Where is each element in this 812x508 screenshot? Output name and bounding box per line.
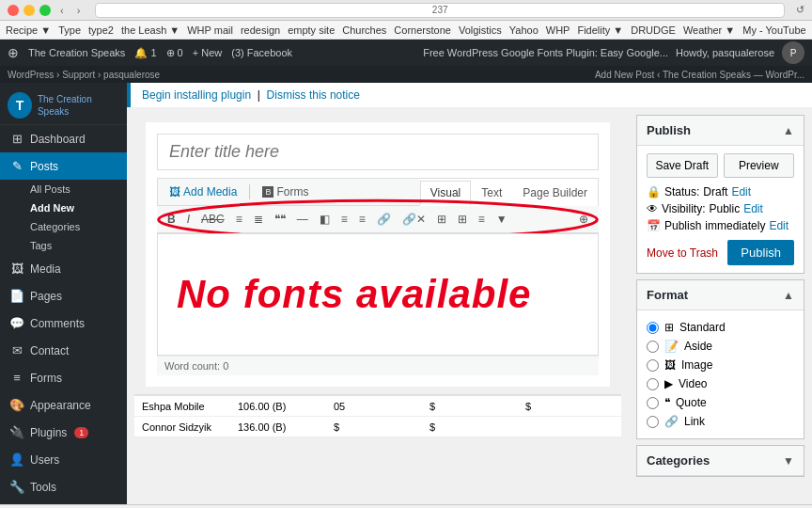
sidebar-item-contact[interactable]: ✉ Contact (0, 337, 127, 364)
bookmark-leash[interactable]: the Leash ▼ (121, 24, 180, 36)
tab-visual[interactable]: Visual (420, 181, 471, 205)
editor-body[interactable]: No fonts available (157, 233, 599, 356)
insert-link-button[interactable]: 🔗 (372, 210, 396, 229)
bookmark-weather[interactable]: Weather ▼ (683, 24, 735, 36)
format-radio-image[interactable] (647, 359, 659, 372)
sidebar-item-settings[interactable]: ⚙ Settings (0, 500, 127, 504)
close-window-dot[interactable] (8, 5, 19, 16)
refresh-button[interactable]: ↺ (796, 4, 804, 16)
format-radio-link[interactable] (647, 416, 659, 428)
dismiss-notice-link[interactable]: Dismiss this notice (267, 88, 360, 102)
sidebar-item-plugins[interactable]: 🔌 Plugins 1 (0, 419, 127, 446)
admin-bar-updates[interactable]: ⊕ 0 (166, 47, 183, 59)
url-bar[interactable]: 237 (95, 3, 785, 18)
remove-link-button[interactable]: 🔗✕ (398, 210, 430, 229)
add-media-icon: 🖼 (169, 185, 180, 198)
format-toolbar-wrapper: B I ABC ≡ ≣ ❝❝ — ◧ ≡ ≡ 🔗 🔗✕ ⊞ (157, 206, 599, 233)
post-title-input[interactable] (157, 134, 599, 170)
preview-button[interactable]: Preview (724, 153, 795, 178)
tab-text[interactable]: Text (471, 181, 512, 205)
visibility-icon: 👁 (647, 202, 658, 215)
bookmark-whp[interactable]: WHP (546, 24, 570, 36)
admin-bar-facebook[interactable]: (3) Facebook (231, 47, 292, 58)
status-edit-link[interactable]: Edit (731, 185, 751, 198)
move-trash-link[interactable]: Move to Trash (647, 246, 718, 260)
format-radio-quote[interactable] (647, 397, 659, 409)
bookmark-yahoo[interactable]: Yahoo (509, 24, 539, 36)
bookmark-cornerstone[interactable]: Cornerstone (394, 24, 451, 36)
forward-button[interactable]: › (73, 4, 85, 17)
sidebar-item-comments[interactable]: 💬 Comments (0, 310, 127, 337)
sidebar-item-media[interactable]: 🖼 Media (0, 255, 127, 282)
admin-bar-site[interactable]: The Creation Speaks (28, 47, 125, 58)
bold-button[interactable]: B (163, 210, 180, 229)
bookmark-volgistics[interactable]: Volgistics (459, 24, 502, 36)
bookmark-whpmail[interactable]: WHP mail (187, 24, 233, 36)
sidebar-sub-add-new[interactable]: Add New (0, 198, 127, 217)
ordered-list-button[interactable]: ≣ (249, 210, 268, 229)
admin-bar-notifications[interactable]: 🔔 1 (134, 47, 156, 59)
sidebar-sub-tags[interactable]: Tags (0, 236, 127, 255)
bookmark-youtube[interactable]: My - YouTube (742, 24, 805, 36)
bookmarks-bar: Recipe ▼ Type type2 the Leash ▼ WHP mail… (0, 21, 812, 40)
sidebar-item-forms[interactable]: ≡ Forms (0, 364, 127, 391)
sidebar-item-users[interactable]: 👤 Users (0, 446, 127, 473)
admin-bar-new[interactable]: + New (193, 47, 223, 58)
admin-bar-google-fonts[interactable]: Free WordPress Google Fonts Plugin: Easy… (423, 47, 668, 58)
begin-installing-link[interactable]: Begin installing plugin (142, 88, 251, 102)
no-fonts-message: No fonts available (177, 272, 531, 317)
publish-box-toggle[interactable]: ▲ (783, 124, 794, 137)
more-button[interactable]: ⊞ (453, 210, 472, 229)
format-box-toggle[interactable]: ▲ (783, 289, 794, 302)
strikethrough-button[interactable]: ABC (196, 210, 229, 229)
format-radio-video[interactable] (647, 378, 659, 390)
horizontal-rule-button[interactable]: — (292, 210, 313, 229)
save-draft-button[interactable]: Save Draft (647, 153, 718, 178)
forms-button[interactable]: B Forms (257, 183, 314, 201)
bookmark-emptysite[interactable]: empty site (288, 24, 335, 36)
unordered-list-button[interactable]: ≡ (231, 210, 247, 229)
visibility-edit-link[interactable]: Edit (743, 202, 763, 215)
toolbar-toggle-button[interactable]: ≡ (474, 210, 490, 229)
bookmark-type2[interactable]: type2 (88, 24, 114, 36)
maximize-window-dot[interactable] (39, 5, 51, 16)
bookmark-type[interactable]: Type (58, 24, 81, 36)
align-right-button[interactable]: ≡ (354, 210, 370, 229)
align-center-button[interactable]: ≡ (336, 210, 352, 229)
sidebar-item-tools[interactable]: 🔧 Tools (0, 473, 127, 500)
bookmark-recipe[interactable]: Recipe ▼ (6, 24, 51, 36)
format-radio-standard[interactable] (647, 322, 659, 334)
bookmark-redesign[interactable]: redesign (241, 24, 280, 36)
blockquote-button[interactable]: ❝❝ (270, 210, 290, 229)
align-left-button[interactable]: ◧ (315, 210, 335, 229)
bookmark-drudge[interactable]: DRUDGE (631, 24, 676, 36)
status-icon: 🔒 (647, 185, 661, 198)
add-media-button[interactable]: 🖼 Add Media (164, 183, 242, 201)
table-row-connor: Connor Sidzyik 136.00 (B) $ $ (134, 417, 621, 437)
toolbar-dropdown-button[interactable]: ▼ (492, 210, 512, 229)
publish-button[interactable]: Publish (727, 240, 794, 265)
format-option-standard: ⊞ Standard (647, 318, 794, 337)
categories-box-toggle[interactable]: ▼ (783, 454, 794, 468)
format-radio-aside[interactable] (647, 341, 659, 353)
bookmark-churches[interactable]: Churches (342, 24, 386, 36)
forms-icon: B (262, 186, 273, 198)
sidebar-label-pages: Pages (30, 290, 62, 303)
bookmark-fidelity[interactable]: Fidelity ▼ (577, 24, 623, 36)
sidebar-item-appearance[interactable]: 🎨 Appearance (0, 391, 127, 419)
tab-page-builder[interactable]: Page Builder (512, 181, 598, 205)
italic-button[interactable]: I (182, 210, 195, 229)
minimize-window-dot[interactable] (23, 5, 35, 16)
sidebar-item-pages[interactable]: 📄 Pages (0, 282, 127, 310)
sidebar-item-posts[interactable]: ✎ Posts (0, 152, 127, 180)
fullscreen-button[interactable]: ⊕ (574, 210, 593, 229)
format-icon-video: ▶ (664, 377, 673, 390)
media-icon: 🖼 (9, 262, 24, 276)
insert-table-button[interactable]: ⊞ (432, 210, 451, 229)
publish-when-edit-link[interactable]: Edit (769, 219, 789, 232)
main-layout: T The Creation Speaks ⊞ Dashboard ✎ Post… (0, 83, 812, 504)
sidebar-sub-all-posts[interactable]: All Posts (0, 180, 127, 198)
back-button[interactable]: ‹ (56, 4, 68, 17)
sidebar-sub-categories[interactable]: Categories (0, 217, 127, 236)
sidebar-item-dashboard[interactable]: ⊞ Dashboard (0, 125, 127, 152)
